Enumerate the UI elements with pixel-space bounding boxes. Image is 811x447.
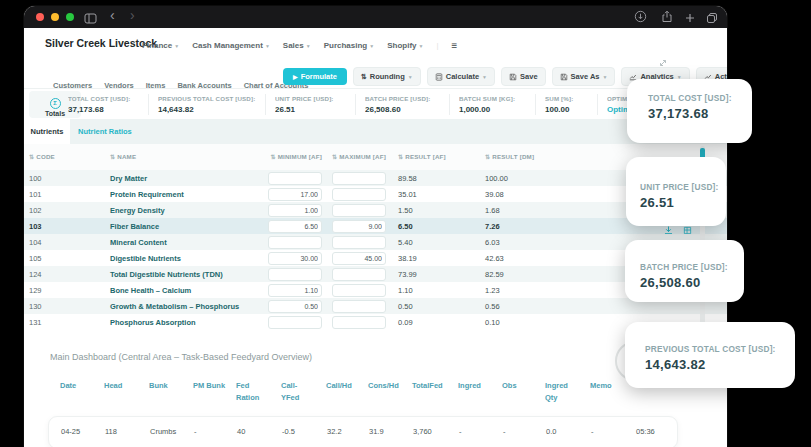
max-input[interactable] (332, 188, 386, 201)
tab-nutrients[interactable]: Nutrients (24, 119, 70, 144)
dash-date: 04-25 (61, 427, 80, 436)
feedyard-row[interactable]: 04-25 118 Crumbs - 40 -0.5 32.2 31.9 3,7… (48, 416, 678, 447)
max-input[interactable] (332, 236, 386, 249)
calculate-button[interactable]: Calculate▼ (427, 67, 495, 86)
totals-strip: Σ Totals TOTAL COST [USD]:37,173.68 PREV… (24, 88, 727, 121)
previous-total-cost-card: PREVIOUS TOTAL COST [USD]: 14,643.82 (625, 322, 795, 388)
row-name[interactable]: Bone Health – Calcium (110, 286, 191, 295)
row-name[interactable]: Total Digestible Nutrients (TDN) (110, 270, 223, 279)
result-af: 73.99 (398, 270, 417, 279)
min-input[interactable] (268, 236, 322, 249)
table-row[interactable]: 131 Phosphorus Absorption 0.09 0.10 (24, 314, 727, 330)
col-header-result-af[interactable]: ⇅RESULT [AF] (398, 153, 446, 160)
menu-shopify[interactable]: Shopify▼ (387, 41, 423, 50)
dash-col-call-yfed: Call-YFed (281, 380, 311, 403)
result-dm: 0.10 (485, 318, 500, 327)
min-input[interactable] (268, 268, 322, 281)
minimize-window-icon[interactable] (51, 13, 59, 21)
col-header-result-dm[interactable]: ⇅RESULT [DM] (485, 153, 534, 160)
tab-overview-icon[interactable] (706, 11, 718, 27)
max-input[interactable] (332, 268, 386, 281)
max-input[interactable] (332, 252, 386, 265)
table-row[interactable]: 124 Total Digestible Nutrients (TDN) 73.… (24, 266, 727, 282)
formulate-button[interactable]: ▶Formulate (283, 68, 347, 85)
min-input[interactable] (268, 220, 322, 233)
dash-col-date: Date (60, 380, 96, 392)
col-header-code[interactable]: ⇅CODE (29, 153, 55, 160)
save-button[interactable]: Save (501, 67, 546, 86)
min-input[interactable] (268, 252, 322, 265)
result-dm: 1.23 (485, 286, 500, 295)
col-header-name[interactable]: ⇅NAME (110, 153, 136, 160)
back-icon[interactable]: ‹ (110, 8, 115, 22)
row-name[interactable]: Growth & Metabolism – Phosphorus (110, 302, 239, 311)
min-input[interactable] (268, 284, 322, 297)
table-row[interactable]: 105 Digestible Nutrients 38.19 42.63 (24, 250, 727, 266)
share-icon[interactable] (661, 10, 673, 26)
result-af: 1.10 (398, 286, 413, 295)
dash-col-call-hd: Call/Hd (326, 380, 362, 392)
row-code: 105 (29, 254, 42, 263)
dash-total-fed: 3,760 (413, 427, 432, 436)
downloads-icon[interactable] (634, 10, 647, 26)
rounding-button[interactable]: ⇅Rounding▼ (353, 67, 421, 86)
max-input[interactable] (332, 220, 386, 233)
row-name[interactable]: Energy Density (110, 206, 165, 215)
save-icon (509, 73, 517, 81)
max-input[interactable] (332, 284, 386, 297)
dash-head: 118 (105, 427, 117, 436)
dash-col-obs: Obs (502, 380, 538, 392)
sheet-tabs: Nutrients Nutrient Ratios (24, 119, 727, 144)
table-row[interactable]: 100 Dry Matter 89.58 100.00 (24, 170, 727, 186)
menu-cash-management[interactable]: Cash Management▼ (192, 41, 270, 50)
table-row-selected[interactable]: 103 Fiber Balance 6.50 7.26 (24, 218, 727, 234)
sort-icon: ⇅ (398, 154, 403, 160)
table-row[interactable]: 104 Mineral Content 5.40 6.03 (24, 234, 727, 250)
table-row[interactable]: 102 Energy Density 1.50 1.68 (24, 202, 727, 218)
chevron-down-icon: ▼ (408, 74, 413, 80)
expand-icon[interactable] (658, 54, 668, 72)
max-input[interactable] (332, 316, 386, 329)
result-dm: 7.26 (485, 222, 500, 231)
sort-icon: ⇅ (332, 154, 337, 160)
forward-icon[interactable]: › (130, 8, 135, 22)
new-tab-icon[interactable] (684, 11, 696, 27)
tab-nutrient-ratios[interactable]: Nutrient Ratios (70, 119, 140, 144)
row-name[interactable]: Mineral Content (110, 238, 167, 247)
sidebar-toggle-icon[interactable] (84, 11, 97, 27)
result-dm: 100.00 (485, 174, 508, 183)
maximize-window-icon[interactable] (66, 13, 74, 21)
max-input[interactable] (332, 204, 386, 217)
min-input[interactable] (268, 188, 322, 201)
row-code: 129 (29, 286, 42, 295)
col-header-maximum[interactable]: ⇅MAXIMUM [AF] (302, 153, 386, 160)
menu-finance[interactable]: Finance▼ (142, 41, 179, 50)
max-input[interactable] (332, 300, 386, 313)
min-input[interactable] (268, 172, 322, 185)
table-row[interactable]: 130 Growth & Metabolism – Phosphorus 0.5… (24, 298, 727, 314)
save-as-button[interactable]: Save As▼ (552, 67, 616, 86)
table-row[interactable]: 129 Bone Health – Calcium 1.10 1.23 (24, 282, 727, 298)
min-input[interactable] (268, 316, 322, 329)
row-name[interactable]: Dry Matter (110, 174, 147, 183)
row-name[interactable]: Phosphorus Absorption (110, 318, 196, 327)
menu-purchasing[interactable]: Purchasing▼ (324, 41, 375, 50)
result-af: 0.09 (398, 318, 413, 327)
row-name[interactable]: Digestible Nutrients (110, 254, 181, 263)
result-dm: 1.68 (485, 206, 500, 215)
table-row[interactable]: 101 Protein Requirement 35.01 39.08 (24, 186, 727, 202)
close-window-icon[interactable] (36, 13, 44, 21)
min-input[interactable] (268, 300, 322, 313)
card-label: PREVIOUS TOTAL COST [USD]: (645, 344, 795, 354)
min-input[interactable] (268, 204, 322, 217)
row-code: 103 (29, 222, 42, 231)
row-name[interactable]: Protein Requirement (110, 190, 184, 199)
main-menu: Finance▼ Cash Management▼ Sales▼ Purchas… (142, 40, 457, 51)
max-input[interactable] (332, 172, 386, 185)
dash-col-head: Head (104, 380, 140, 392)
menu-sales[interactable]: Sales▼ (283, 41, 311, 50)
row-name[interactable]: Fiber Balance (110, 222, 159, 231)
hamburger-menu-icon[interactable]: ≡ (452, 40, 458, 51)
batch-price-card: BATCH PRICE [USD]: 26,508.60 (625, 240, 744, 302)
card-value: 26,508.60 (640, 275, 744, 290)
